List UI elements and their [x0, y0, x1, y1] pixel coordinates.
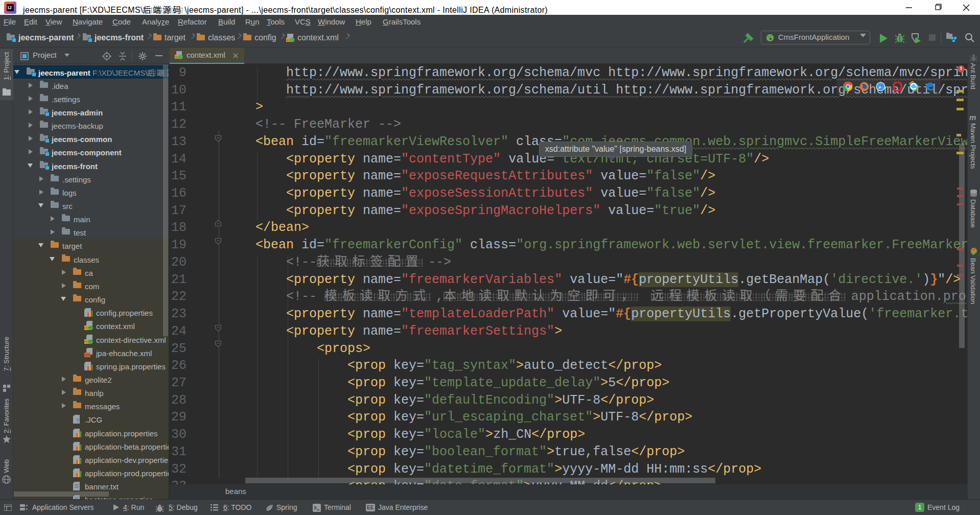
svg-text:<>: <>	[85, 353, 90, 357]
svg-text:?: ?	[76, 417, 79, 424]
svg-text:EE: EE	[367, 505, 374, 510]
